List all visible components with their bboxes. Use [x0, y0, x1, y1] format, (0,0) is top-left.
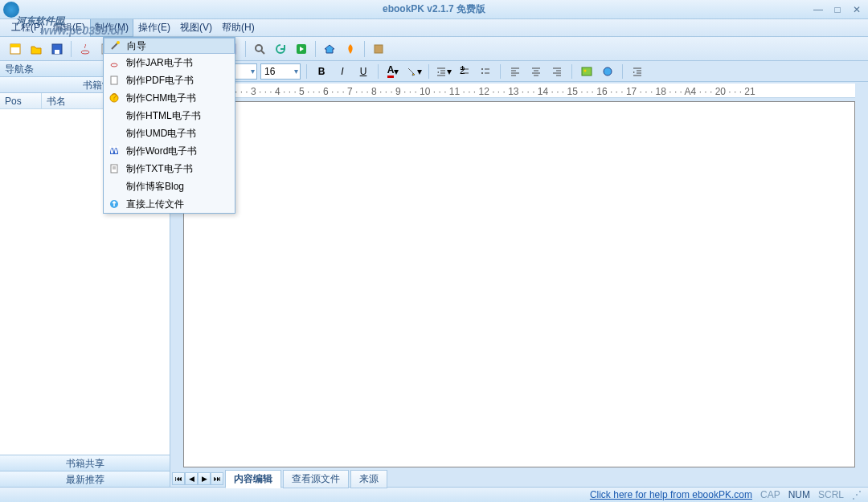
- new-button[interactable]: [6, 40, 24, 58]
- app-logo-icon: [3, 2, 19, 18]
- tab-nav-last[interactable]: ⏭: [211, 472, 223, 485]
- menu-item-wizard[interactable]: 向导: [104, 38, 235, 54]
- bold-button[interactable]: B: [313, 63, 330, 80]
- scrl-indicator: SCRL: [818, 489, 844, 500]
- menu-label: 制作博客Blog: [126, 180, 184, 194]
- menu-item-jar[interactable]: 制作JAR电子书: [104, 54, 235, 71]
- play-icon[interactable]: [293, 40, 310, 58]
- refresh-icon[interactable]: [272, 40, 289, 58]
- menu-item-pdf[interactable]: 制作PDF电子书: [104, 71, 235, 89]
- svg-rect-3: [55, 50, 59, 54]
- document-scroll[interactable]: [183, 101, 855, 467]
- underline-button[interactable]: U: [354, 63, 372, 80]
- tab-content-edit[interactable]: 内容编辑: [225, 470, 281, 488]
- svg-point-53: [111, 63, 117, 67]
- align-right-button[interactable]: [548, 63, 566, 80]
- wand-icon: [108, 39, 122, 53]
- menu-view[interactable]: 视图(V): [175, 18, 217, 37]
- menu-item-upload[interactable]: 直接上传文件: [104, 195, 235, 213]
- close-button[interactable]: ✕: [850, 3, 863, 16]
- menu-help[interactable]: 帮助(H): [217, 18, 260, 37]
- chm-icon: ?: [107, 91, 121, 105]
- indent-button[interactable]: [628, 63, 646, 80]
- align-left-button[interactable]: [506, 63, 524, 80]
- tab-nav-first[interactable]: ⏮: [172, 472, 185, 485]
- svg-rect-1: [10, 44, 20, 47]
- menu-label: 制作UMD电子书: [126, 127, 196, 141]
- editor-area: ▾ 16▾ B I U A▾ ▾ ▾ 12 · · · 1 · · · 2 · …: [170, 61, 868, 487]
- svg-text:W: W: [109, 145, 119, 156]
- word-icon: W: [107, 144, 121, 158]
- num-indicator: NUM: [788, 489, 810, 500]
- format-toolbar: ▾ 16▾ B I U A▾ ▾ ▾ 12: [170, 61, 868, 82]
- tab-view-source[interactable]: 查看源文件: [283, 470, 349, 488]
- insert-link-button[interactable]: [599, 63, 616, 80]
- menu-item-html[interactable]: 制作HTML电子书: [104, 107, 235, 124]
- menu-label: 制作JAR电子书: [126, 56, 193, 70]
- blog-icon: [107, 179, 121, 194]
- svg-point-46: [604, 67, 612, 76]
- open-button[interactable]: [27, 40, 45, 58]
- tab-nav-next[interactable]: ▶: [198, 472, 211, 485]
- pdf-icon: [107, 73, 121, 88]
- col-pos[interactable]: Pos: [0, 93, 42, 108]
- svg-text:?: ?: [112, 92, 117, 103]
- highlight-button[interactable]: ▾: [405, 63, 423, 80]
- svg-rect-19: [375, 45, 383, 53]
- html-icon: [107, 108, 121, 123]
- tab-origin[interactable]: 来源: [350, 470, 387, 488]
- menu-item-umd[interactable]: 制作UMD电子书: [104, 124, 235, 142]
- unordered-list-button[interactable]: [477, 63, 494, 80]
- font-color-button[interactable]: A▾: [384, 63, 402, 80]
- sidebar-latest-button[interactable]: 最新推荐: [0, 471, 170, 487]
- menu-label: 制作PDF电子书: [126, 74, 194, 88]
- status-bar: Click here for help from ebookPK.com CAP…: [0, 487, 868, 502]
- ruler: · · · 1 · · · 2 · · · 3 · · · 4 · · · 5 …: [183, 84, 855, 98]
- svg-rect-54: [111, 76, 117, 84]
- window-title: ebookPK v2.1.7 免费版: [383, 2, 485, 16]
- info-icon[interactable]: [370, 40, 387, 58]
- java-icon[interactable]: [76, 40, 94, 58]
- menu-bar: 工程(P) 编辑(E) 制作(M) 操作(E) 视图(V) 帮助(H): [0, 19, 868, 37]
- menu-project[interactable]: 工程(P): [6, 18, 48, 37]
- menu-label: 直接上传文件: [126, 198, 184, 211]
- bottom-tab-bar: ⏮ ◀ ▶ ⏭ 内容编辑 查看源文件 来源: [170, 471, 868, 487]
- menu-operate[interactable]: 操作(E): [133, 18, 175, 37]
- menu-item-word[interactable]: W 制作Word电子书: [104, 142, 235, 160]
- resize-grip-icon[interactable]: ⋰: [852, 489, 862, 500]
- svg-point-4: [81, 51, 89, 54]
- menu-label: 制作HTML电子书: [126, 109, 201, 123]
- font-size-combo[interactable]: 16▾: [260, 63, 301, 80]
- menu-label: 制作Word电子书: [126, 145, 197, 158]
- menu-item-chm[interactable]: ? 制作CHM电子书: [104, 89, 235, 107]
- menu-edit[interactable]: 编辑(E): [48, 18, 90, 37]
- italic-button[interactable]: I: [334, 63, 351, 80]
- insert-image-button[interactable]: [578, 63, 596, 80]
- txt-icon: [107, 161, 121, 176]
- help-link[interactable]: Click here for help from ebookPK.com: [590, 489, 752, 500]
- menu-label: 制作TXT电子书: [126, 162, 193, 176]
- ruler-marks: · · · 1 · · · 2 · · · 3 · · · 4 · · · 5 …: [186, 86, 755, 97]
- svg-point-52: [117, 41, 120, 44]
- cap-indicator: CAP: [760, 489, 780, 500]
- fire-icon[interactable]: [342, 40, 359, 58]
- tab-nav-prev[interactable]: ◀: [185, 472, 198, 485]
- java-icon: [107, 55, 121, 70]
- maximize-button[interactable]: □: [831, 3, 844, 16]
- document-canvas[interactable]: [183, 101, 855, 467]
- align-center-button[interactable]: [527, 63, 545, 80]
- minimize-button[interactable]: —: [812, 3, 825, 16]
- sidebar-share-button[interactable]: 书籍共享: [0, 455, 170, 471]
- menu-label: 向导: [127, 39, 146, 53]
- save-button[interactable]: [48, 40, 66, 58]
- search-icon[interactable]: [251, 40, 268, 58]
- svg-point-28: [481, 68, 483, 70]
- menu-item-txt[interactable]: 制作TXT电子书: [104, 160, 235, 178]
- title-bar: ebookPK v2.1.7 免费版 — □ ✕: [0, 0, 868, 19]
- outdent-button[interactable]: ▾: [435, 63, 452, 80]
- home-icon[interactable]: [321, 40, 338, 58]
- menu-item-blog[interactable]: 制作博客Blog: [104, 178, 235, 195]
- ordered-list-button[interactable]: 12: [456, 63, 473, 80]
- menu-make[interactable]: 制作(M): [90, 18, 133, 37]
- svg-text:2: 2: [460, 66, 465, 76]
